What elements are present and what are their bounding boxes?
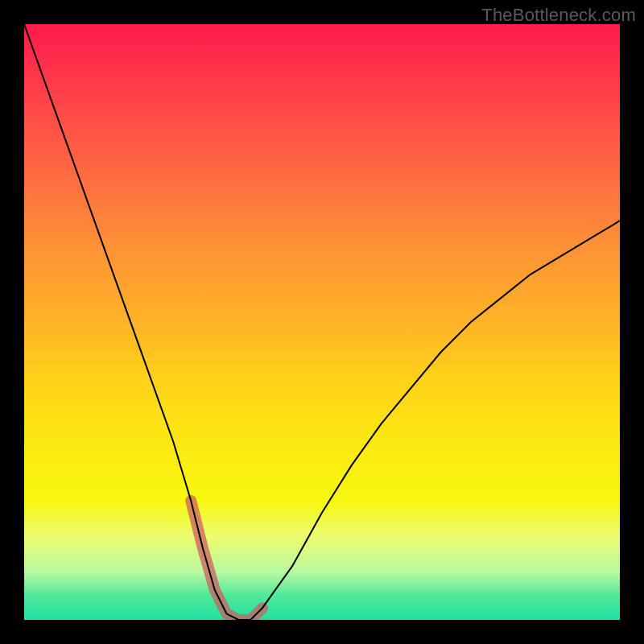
watermark-text: TheBottleneck.com <box>481 5 636 26</box>
bottleneck-curve <box>24 24 620 620</box>
chart-frame: TheBottleneck.com <box>0 0 644 644</box>
curve-svg <box>24 24 620 620</box>
plot-area <box>24 24 620 620</box>
highlight-segment <box>191 501 262 620</box>
